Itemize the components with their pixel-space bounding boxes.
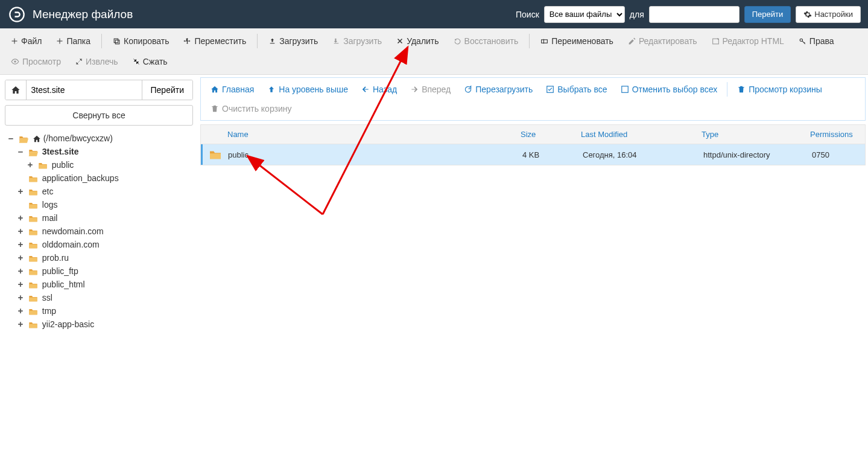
- col-size-header[interactable]: Size: [515, 125, 575, 144]
- tree-item[interactable]: + mail: [5, 211, 193, 225]
- content-panel: Главная На уровень выше Назад Вперед Пер…: [198, 75, 868, 454]
- unselect-all-link[interactable]: Отменить выбор всех: [615, 80, 724, 98]
- tree-toggle[interactable]: +: [17, 251, 24, 264]
- cell-size: 4 KB: [516, 145, 577, 164]
- arrow-left-icon: [361, 85, 370, 94]
- svg-point-0: [10, 7, 24, 21]
- col-modified-header[interactable]: Last Modified: [575, 125, 695, 144]
- tree-root[interactable]: − (/home/bwcycxzw): [5, 132, 193, 145]
- cpanel-logo-icon: [7, 5, 27, 24]
- rename-button[interactable]: Переименовать: [534, 32, 619, 50]
- folder-icon: [28, 228, 38, 236]
- new-folder-button[interactable]: Папка: [50, 32, 97, 50]
- tree-label: public_ftp: [42, 266, 78, 276]
- tree-item[interactable]: + olddomain.com: [5, 238, 193, 251]
- tree-toggle[interactable]: −: [7, 132, 14, 145]
- tree-item[interactable]: + public: [5, 158, 193, 171]
- tree-item[interactable]: + newdomain.com: [5, 225, 193, 238]
- svg-point-7: [14, 60, 16, 63]
- tree-toggle[interactable]: +: [17, 211, 24, 225]
- tree-item[interactable]: + ssl: [5, 291, 193, 304]
- header-search: Поиск Все ваши файлы для Перейти Настрой…: [516, 6, 861, 23]
- separator: [727, 82, 727, 97]
- code-icon: [712, 37, 720, 45]
- new-file-button[interactable]: Файл: [5, 32, 48, 50]
- col-perms-header[interactable]: Permissions: [804, 125, 865, 144]
- tree-item[interactable]: + yii2-app-basic: [5, 318, 193, 331]
- back-link[interactable]: Назад: [355, 80, 403, 98]
- tree-toggle[interactable]: +: [17, 318, 24, 331]
- col-type-header[interactable]: Type: [695, 125, 804, 144]
- search-go-button[interactable]: Перейти: [744, 6, 791, 23]
- home-button[interactable]: [5, 80, 27, 100]
- tree-toggle[interactable]: +: [17, 264, 24, 278]
- home-icon: [11, 85, 21, 95]
- tree-toggle[interactable]: +: [17, 225, 24, 238]
- tree-label: yii2-app-basic: [42, 319, 94, 329]
- tree-toggle[interactable]: +: [17, 304, 24, 318]
- cell-name: public: [203, 144, 516, 165]
- tree-label: ssl: [42, 293, 52, 302]
- tree-item[interactable]: − 3test.site: [5, 145, 193, 158]
- tree-item[interactable]: logs: [5, 198, 193, 211]
- folder-icon: [28, 267, 38, 276]
- tree-item[interactable]: + prob.ru: [5, 251, 193, 264]
- home-link[interactable]: Главная: [204, 80, 260, 98]
- folder-icon: [209, 149, 222, 160]
- search-scope-select[interactable]: Все ваши файлы: [544, 6, 625, 23]
- separator: [257, 34, 258, 48]
- search-input[interactable]: [649, 6, 740, 23]
- tree-toggle[interactable]: +: [17, 185, 24, 198]
- reload-link[interactable]: Перезагрузить: [458, 80, 539, 98]
- tree-label: application_backups: [42, 173, 119, 183]
- path-input[interactable]: [27, 80, 142, 100]
- tree-toggle[interactable]: +: [17, 291, 24, 304]
- undo-icon: [454, 37, 461, 45]
- cell-permissions: 0750: [806, 145, 865, 164]
- folder-icon: [28, 281, 38, 289]
- folder-tree: − (/home/bwcycxzw) − 3test.site + public…: [5, 132, 193, 331]
- arrow-up-icon: [267, 85, 276, 94]
- table-row[interactable]: public 4 KB Сегодня, 16:04 httpd/unix-di…: [201, 144, 865, 165]
- folder-icon: [28, 294, 38, 302]
- compress-button[interactable]: Сжать: [127, 53, 174, 71]
- delete-button[interactable]: Удалить: [390, 32, 445, 50]
- expand-icon: [75, 58, 83, 65]
- copy-icon: [113, 37, 121, 45]
- svg-rect-2: [114, 39, 118, 42]
- arrow-right-icon: [410, 85, 419, 94]
- tree-toggle[interactable]: +: [27, 158, 34, 171]
- tree-item[interactable]: + public_ftp: [5, 264, 193, 278]
- tree-label: 3test.site: [42, 147, 79, 156]
- settings-button[interactable]: Настройки: [796, 6, 861, 23]
- tree-item[interactable]: + etc: [5, 185, 193, 198]
- permissions-button[interactable]: Права: [793, 32, 840, 50]
- upload-button[interactable]: Загрузить: [262, 32, 324, 50]
- square-icon: [621, 85, 629, 94]
- folder-icon: [28, 188, 38, 196]
- view-trash-link[interactable]: Просмотр корзины: [731, 80, 828, 98]
- copy-button[interactable]: Копировать: [107, 32, 175, 50]
- move-button[interactable]: Переместить: [177, 32, 252, 50]
- separator: [101, 34, 102, 48]
- tree-item[interactable]: + tmp: [5, 304, 193, 318]
- move-icon: [183, 37, 191, 45]
- up-level-link[interactable]: На уровень выше: [261, 80, 354, 98]
- close-icon: [396, 37, 404, 45]
- tree-root-label: (/home/bwcycxzw): [43, 133, 113, 143]
- tree-label: prob.ru: [42, 253, 69, 263]
- html-editor-button: Редактор HTML: [706, 32, 790, 50]
- tree-toggle[interactable]: +: [17, 238, 24, 251]
- tree-label: logs: [42, 200, 58, 209]
- tree-toggle[interactable]: +: [17, 278, 24, 291]
- tree-item[interactable]: + public_html: [5, 278, 193, 291]
- main-toolbar: Файл Папка Копировать Переместить Загруз…: [0, 28, 868, 75]
- collapse-all-button[interactable]: Свернуть все: [5, 105, 193, 126]
- col-name-header[interactable]: Name: [201, 125, 515, 144]
- folder-icon: [28, 254, 38, 263]
- select-all-link[interactable]: Выбрать все: [540, 80, 613, 98]
- path-go-button[interactable]: Перейти: [142, 80, 192, 100]
- sidebar: Перейти Свернуть все − (/home/bwcycxzw) …: [0, 75, 198, 454]
- tree-item[interactable]: application_backups: [5, 171, 193, 185]
- tree-toggle[interactable]: −: [17, 145, 24, 158]
